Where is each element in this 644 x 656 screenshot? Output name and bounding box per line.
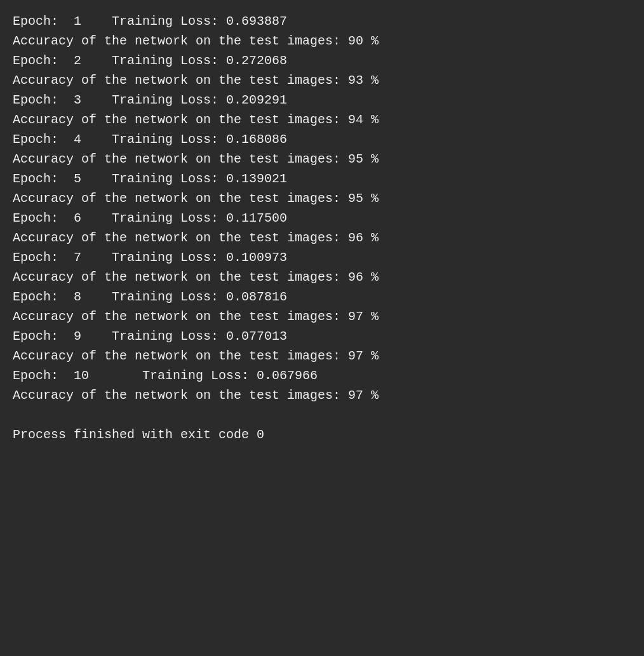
- epoch-line: Epoch: 5 Training Loss: 0.139021: [13, 169, 631, 189]
- accuracy-line: Accuracy of the network on the test imag…: [13, 385, 631, 405]
- console-output: Epoch: 1 Training Loss: 0.693887Accuracy…: [13, 11, 631, 445]
- accuracy-line: Accuracy of the network on the test imag…: [13, 267, 631, 287]
- empty-line: [13, 405, 631, 425]
- accuracy-line: Accuracy of the network on the test imag…: [13, 149, 631, 169]
- accuracy-line: Accuracy of the network on the test imag…: [13, 189, 631, 208]
- accuracy-line: Accuracy of the network on the test imag…: [13, 110, 631, 130]
- epoch-line: Epoch: 8 Training Loss: 0.087816: [13, 287, 631, 307]
- epoch-line: Epoch: 7 Training Loss: 0.100973: [13, 248, 631, 267]
- epoch-line: Epoch: 2 Training Loss: 0.272068: [13, 51, 631, 70]
- epoch-line: Epoch: 6 Training Loss: 0.117500: [13, 208, 631, 228]
- process-line: Process finished with exit code 0: [13, 425, 631, 445]
- accuracy-line: Accuracy of the network on the test imag…: [13, 31, 631, 51]
- accuracy-line: Accuracy of the network on the test imag…: [13, 346, 631, 366]
- accuracy-line: Accuracy of the network on the test imag…: [13, 70, 631, 90]
- epoch-line: Epoch: 4 Training Loss: 0.168086: [13, 130, 631, 149]
- epoch-line: Epoch: 10 Training Loss: 0.067966: [13, 366, 631, 385]
- epoch-line: Epoch: 9 Training Loss: 0.077013: [13, 326, 631, 346]
- accuracy-line: Accuracy of the network on the test imag…: [13, 307, 631, 326]
- accuracy-line: Accuracy of the network on the test imag…: [13, 228, 631, 248]
- epoch-line: Epoch: 3 Training Loss: 0.209291: [13, 90, 631, 110]
- epoch-line: Epoch: 1 Training Loss: 0.693887: [13, 11, 631, 31]
